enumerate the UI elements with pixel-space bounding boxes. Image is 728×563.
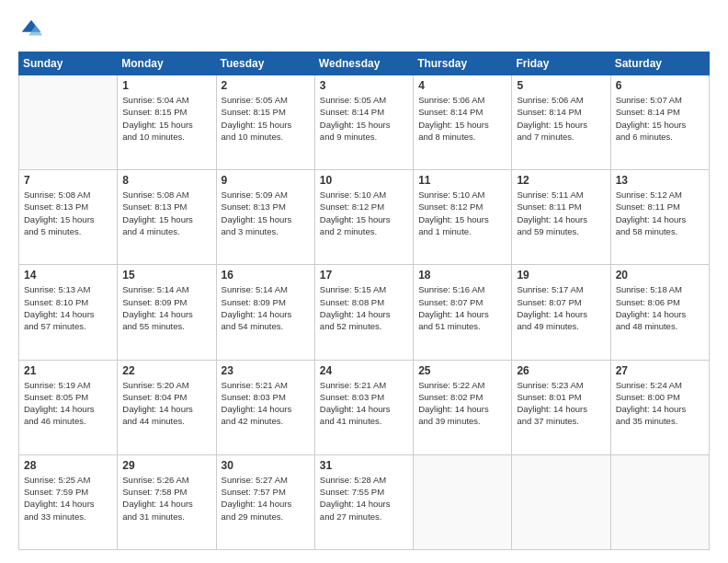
calendar-cell: 20Sunrise: 5:18 AMSunset: 8:06 PMDayligh… bbox=[610, 265, 709, 360]
day-number: 1 bbox=[122, 79, 210, 92]
calendar-cell: 12Sunrise: 5:11 AMSunset: 8:11 PMDayligh… bbox=[512, 170, 610, 265]
weekday-header-friday: Friday bbox=[512, 52, 610, 75]
weekday-header-saturday: Saturday bbox=[610, 52, 709, 75]
day-number: 23 bbox=[222, 364, 310, 377]
calendar-cell: 4Sunrise: 5:06 AMSunset: 8:14 PMDaylight… bbox=[414, 75, 512, 170]
day-number: 16 bbox=[222, 269, 310, 282]
calendar-cell: 6Sunrise: 5:07 AMSunset: 8:14 PMDaylight… bbox=[610, 75, 709, 170]
calendar-page: SundayMondayTuesdayWednesdayThursdayFrid… bbox=[0, 0, 728, 563]
day-info: Sunrise: 5:23 AMSunset: 8:01 PMDaylight:… bbox=[517, 379, 605, 428]
day-info: Sunrise: 5:09 AMSunset: 8:13 PMDaylight:… bbox=[222, 189, 310, 237]
calendar-cell bbox=[512, 454, 610, 549]
day-number: 17 bbox=[320, 269, 408, 282]
calendar-cell: 16Sunrise: 5:14 AMSunset: 8:09 PMDayligh… bbox=[216, 265, 314, 360]
day-info: Sunrise: 5:08 AMSunset: 8:13 PMDaylight:… bbox=[122, 189, 210, 237]
day-info: Sunrise: 5:16 AMSunset: 8:07 PMDaylight:… bbox=[418, 283, 506, 332]
week-row-3: 14Sunrise: 5:13 AMSunset: 8:10 PMDayligh… bbox=[19, 265, 710, 360]
day-info: Sunrise: 5:06 AMSunset: 8:14 PMDaylight:… bbox=[418, 94, 506, 143]
calendar-cell: 3Sunrise: 5:05 AMSunset: 8:14 PMDaylight… bbox=[314, 75, 413, 170]
weekday-header-thursday: Thursday bbox=[414, 52, 512, 75]
calendar-cell bbox=[19, 75, 118, 170]
calendar-cell: 13Sunrise: 5:12 AMSunset: 8:11 PMDayligh… bbox=[610, 170, 709, 265]
day-info: Sunrise: 5:06 AMSunset: 8:14 PMDaylight:… bbox=[517, 94, 605, 143]
day-info: Sunrise: 5:14 AMSunset: 8:09 PMDaylight:… bbox=[122, 283, 210, 332]
calendar-cell: 2Sunrise: 5:05 AMSunset: 8:15 PMDaylight… bbox=[216, 75, 314, 170]
day-info: Sunrise: 5:19 AMSunset: 8:05 PMDaylight:… bbox=[24, 379, 112, 428]
calendar-table: SundayMondayTuesdayWednesdayThursdayFrid… bbox=[18, 52, 710, 550]
day-number: 15 bbox=[122, 269, 210, 282]
day-info: Sunrise: 5:05 AMSunset: 8:14 PMDaylight:… bbox=[320, 94, 408, 143]
day-info: Sunrise: 5:22 AMSunset: 8:02 PMDaylight:… bbox=[418, 379, 506, 428]
day-info: Sunrise: 5:25 AMSunset: 7:59 PMDaylight:… bbox=[24, 474, 112, 523]
day-info: Sunrise: 5:27 AMSunset: 7:57 PMDaylight:… bbox=[222, 474, 310, 523]
day-number: 10 bbox=[320, 174, 408, 187]
day-number: 24 bbox=[320, 364, 408, 377]
day-number: 31 bbox=[320, 459, 408, 472]
calendar-cell: 14Sunrise: 5:13 AMSunset: 8:10 PMDayligh… bbox=[19, 265, 118, 360]
weekday-header-wednesday: Wednesday bbox=[314, 52, 413, 75]
day-number: 13 bbox=[616, 174, 704, 187]
weekday-header-row: SundayMondayTuesdayWednesdayThursdayFrid… bbox=[19, 52, 710, 75]
day-number: 30 bbox=[222, 459, 310, 472]
day-number: 9 bbox=[222, 174, 310, 187]
weekday-header-sunday: Sunday bbox=[19, 52, 118, 75]
calendar-cell: 10Sunrise: 5:10 AMSunset: 8:12 PMDayligh… bbox=[314, 170, 413, 265]
calendar-cell: 19Sunrise: 5:17 AMSunset: 8:07 PMDayligh… bbox=[512, 265, 610, 360]
day-number: 12 bbox=[517, 174, 605, 187]
calendar-cell: 27Sunrise: 5:24 AMSunset: 8:00 PMDayligh… bbox=[610, 360, 709, 454]
calendar-cell bbox=[610, 454, 709, 549]
calendar-cell: 26Sunrise: 5:23 AMSunset: 8:01 PMDayligh… bbox=[512, 360, 610, 454]
day-info: Sunrise: 5:12 AMSunset: 8:11 PMDaylight:… bbox=[616, 189, 704, 237]
calendar-cell: 25Sunrise: 5:22 AMSunset: 8:02 PMDayligh… bbox=[414, 360, 512, 454]
day-info: Sunrise: 5:10 AMSunset: 8:12 PMDaylight:… bbox=[320, 189, 408, 237]
week-row-5: 28Sunrise: 5:25 AMSunset: 7:59 PMDayligh… bbox=[19, 454, 710, 549]
calendar-cell: 28Sunrise: 5:25 AMSunset: 7:59 PMDayligh… bbox=[19, 454, 118, 549]
calendar-cell: 18Sunrise: 5:16 AMSunset: 8:07 PMDayligh… bbox=[414, 265, 512, 360]
week-row-1: 1Sunrise: 5:04 AMSunset: 8:15 PMDaylight… bbox=[19, 75, 710, 170]
day-info: Sunrise: 5:28 AMSunset: 7:55 PMDaylight:… bbox=[320, 474, 408, 523]
day-number: 2 bbox=[222, 79, 310, 92]
day-number: 20 bbox=[616, 269, 704, 282]
calendar-cell: 30Sunrise: 5:27 AMSunset: 7:57 PMDayligh… bbox=[216, 454, 314, 549]
day-number: 8 bbox=[122, 174, 210, 187]
day-number: 4 bbox=[418, 79, 506, 92]
week-row-2: 7Sunrise: 5:08 AMSunset: 8:13 PMDaylight… bbox=[19, 170, 710, 265]
day-number: 18 bbox=[418, 269, 506, 282]
calendar-cell bbox=[414, 454, 512, 549]
calendar-cell: 15Sunrise: 5:14 AMSunset: 8:09 PMDayligh… bbox=[118, 265, 216, 360]
calendar-cell: 7Sunrise: 5:08 AMSunset: 8:13 PMDaylight… bbox=[19, 170, 118, 265]
day-number: 5 bbox=[517, 79, 605, 92]
day-info: Sunrise: 5:07 AMSunset: 8:14 PMDaylight:… bbox=[616, 94, 704, 143]
calendar-cell: 17Sunrise: 5:15 AMSunset: 8:08 PMDayligh… bbox=[314, 265, 413, 360]
day-info: Sunrise: 5:13 AMSunset: 8:10 PMDaylight:… bbox=[24, 283, 112, 332]
day-info: Sunrise: 5:05 AMSunset: 8:15 PMDaylight:… bbox=[222, 94, 310, 143]
day-info: Sunrise: 5:14 AMSunset: 8:09 PMDaylight:… bbox=[222, 283, 310, 332]
day-info: Sunrise: 5:17 AMSunset: 8:07 PMDaylight:… bbox=[517, 283, 605, 332]
calendar-cell: 21Sunrise: 5:19 AMSunset: 8:05 PMDayligh… bbox=[19, 360, 118, 454]
day-number: 19 bbox=[517, 269, 605, 282]
day-info: Sunrise: 5:11 AMSunset: 8:11 PMDaylight:… bbox=[517, 189, 605, 237]
weekday-header-tuesday: Tuesday bbox=[216, 52, 314, 75]
day-info: Sunrise: 5:04 AMSunset: 8:15 PMDaylight:… bbox=[122, 94, 210, 143]
calendar-cell: 23Sunrise: 5:21 AMSunset: 8:03 PMDayligh… bbox=[216, 360, 314, 454]
calendar-cell: 9Sunrise: 5:09 AMSunset: 8:13 PMDaylight… bbox=[216, 170, 314, 265]
day-info: Sunrise: 5:15 AMSunset: 8:08 PMDaylight:… bbox=[320, 283, 408, 332]
calendar-cell: 8Sunrise: 5:08 AMSunset: 8:13 PMDaylight… bbox=[118, 170, 216, 265]
day-number: 11 bbox=[418, 174, 506, 187]
logo-icon bbox=[18, 17, 44, 42]
calendar-cell: 1Sunrise: 5:04 AMSunset: 8:15 PMDaylight… bbox=[118, 75, 216, 170]
day-number: 26 bbox=[517, 364, 605, 377]
day-info: Sunrise: 5:21 AMSunset: 8:03 PMDaylight:… bbox=[222, 379, 310, 428]
day-info: Sunrise: 5:26 AMSunset: 7:58 PMDaylight:… bbox=[122, 474, 210, 523]
week-row-4: 21Sunrise: 5:19 AMSunset: 8:05 PMDayligh… bbox=[19, 360, 710, 454]
day-info: Sunrise: 5:10 AMSunset: 8:12 PMDaylight:… bbox=[418, 189, 506, 237]
day-info: Sunrise: 5:21 AMSunset: 8:03 PMDaylight:… bbox=[320, 379, 408, 428]
day-number: 25 bbox=[418, 364, 506, 377]
day-info: Sunrise: 5:18 AMSunset: 8:06 PMDaylight:… bbox=[616, 283, 704, 332]
calendar-cell: 22Sunrise: 5:20 AMSunset: 8:04 PMDayligh… bbox=[118, 360, 216, 454]
calendar-cell: 29Sunrise: 5:26 AMSunset: 7:58 PMDayligh… bbox=[118, 454, 216, 549]
day-info: Sunrise: 5:20 AMSunset: 8:04 PMDaylight:… bbox=[122, 379, 210, 428]
calendar-cell: 24Sunrise: 5:21 AMSunset: 8:03 PMDayligh… bbox=[314, 360, 413, 454]
calendar-cell: 11Sunrise: 5:10 AMSunset: 8:12 PMDayligh… bbox=[414, 170, 512, 265]
day-number: 22 bbox=[122, 364, 210, 377]
